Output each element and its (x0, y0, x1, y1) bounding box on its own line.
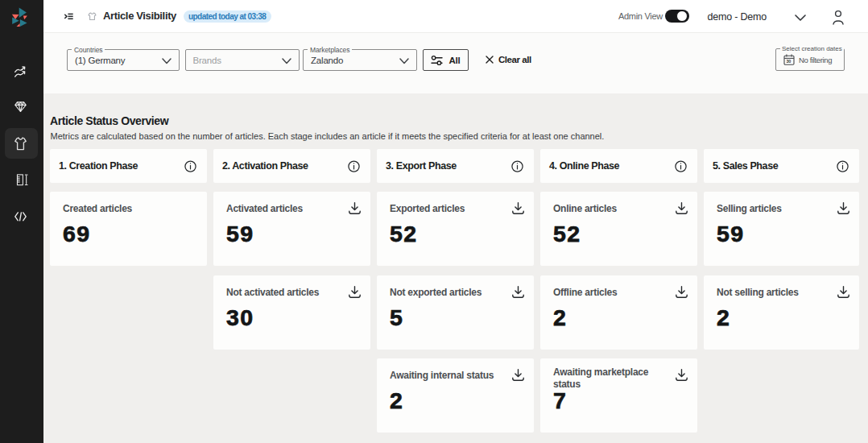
svg-text:30: 30 (787, 59, 792, 64)
